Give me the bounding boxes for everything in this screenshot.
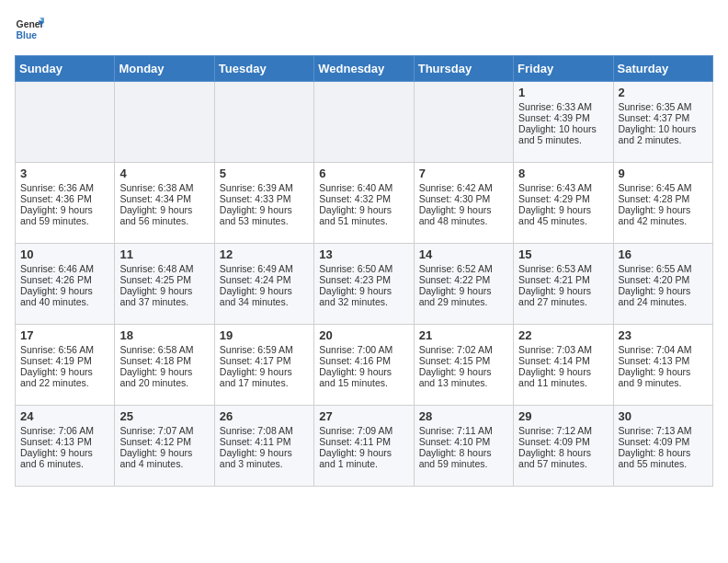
day-info: Sunrise: 7:07 AM	[119, 425, 209, 436]
day-header-sunday: Sunday	[16, 56, 115, 82]
day-number: 30	[619, 409, 708, 423]
day-info: Daylight: 10 hours and 5 minutes.	[518, 123, 608, 145]
calendar-cell: 1Sunrise: 6:33 AMSunset: 4:39 PMDaylight…	[514, 82, 613, 163]
day-number: 25	[119, 409, 209, 423]
day-info: Daylight: 9 hours and 6 minutes.	[20, 447, 109, 469]
calendar-cell: 3Sunrise: 6:36 AMSunset: 4:36 PMDaylight…	[16, 163, 115, 244]
day-number: 5	[220, 167, 309, 180]
day-info: Daylight: 9 hours and 37 minutes.	[119, 285, 209, 307]
calendar-cell: 26Sunrise: 7:08 AMSunset: 4:11 PMDayligh…	[214, 406, 313, 487]
day-number: 17	[20, 328, 109, 342]
week-row-2: 3Sunrise: 6:36 AMSunset: 4:36 PMDaylight…	[16, 163, 713, 244]
calendar-cell: 8Sunrise: 6:43 AMSunset: 4:29 PMDaylight…	[514, 163, 613, 244]
day-info: Sunrise: 6:35 AM	[619, 101, 708, 112]
day-info: Sunset: 4:28 PM	[619, 193, 708, 204]
day-info: Sunrise: 6:42 AM	[419, 182, 508, 193]
day-info: Daylight: 9 hours and 45 minutes.	[518, 204, 608, 226]
day-info: Sunrise: 6:33 AM	[518, 101, 608, 112]
calendar-cell: 17Sunrise: 6:56 AMSunset: 4:19 PMDayligh…	[16, 325, 115, 406]
calendar-cell: 30Sunrise: 7:13 AMSunset: 4:09 PMDayligh…	[613, 406, 712, 487]
calendar-cell: 10Sunrise: 6:46 AMSunset: 4:26 PMDayligh…	[16, 244, 115, 325]
day-info: Daylight: 9 hours and 53 minutes.	[220, 204, 309, 226]
day-info: Daylight: 9 hours and 1 minute.	[319, 447, 408, 469]
day-info: Daylight: 9 hours and 51 minutes.	[319, 204, 408, 226]
day-info: Sunset: 4:17 PM	[220, 355, 309, 366]
day-info: Daylight: 9 hours and 22 minutes.	[20, 366, 109, 388]
day-info: Sunrise: 6:48 AM	[119, 263, 209, 274]
day-info: Sunset: 4:36 PM	[20, 193, 109, 204]
day-info: Sunset: 4:23 PM	[319, 274, 408, 285]
day-info: Daylight: 8 hours and 55 minutes.	[619, 447, 708, 469]
day-info: Sunset: 4:13 PM	[20, 436, 109, 447]
day-info: Sunset: 4:30 PM	[419, 193, 508, 204]
day-info: Daylight: 9 hours and 56 minutes.	[119, 204, 209, 226]
day-info: Daylight: 9 hours and 27 minutes.	[518, 285, 608, 307]
day-number: 8	[518, 167, 608, 180]
day-info: Sunset: 4:16 PM	[319, 355, 408, 366]
day-number: 13	[319, 247, 408, 261]
day-info: Daylight: 8 hours and 59 minutes.	[419, 447, 508, 469]
day-info: Daylight: 10 hours and 2 minutes.	[619, 123, 708, 145]
week-row-4: 17Sunrise: 6:56 AMSunset: 4:19 PMDayligh…	[16, 325, 713, 406]
day-info: Sunrise: 7:03 AM	[518, 344, 608, 355]
day-info: Daylight: 9 hours and 40 minutes.	[20, 285, 109, 307]
day-info: Sunset: 4:39 PM	[518, 112, 608, 123]
calendar-cell	[414, 82, 513, 163]
day-info: Daylight: 9 hours and 17 minutes.	[220, 366, 309, 388]
day-info: Sunset: 4:09 PM	[619, 436, 708, 447]
day-info: Sunrise: 6:43 AM	[518, 182, 608, 193]
calendar-cell	[214, 82, 313, 163]
day-info: Sunset: 4:22 PM	[419, 274, 508, 285]
day-number: 12	[220, 247, 309, 261]
day-info: Sunrise: 7:12 AM	[518, 425, 608, 436]
day-info: Sunset: 4:20 PM	[619, 274, 708, 285]
day-info: Sunset: 4:19 PM	[20, 355, 109, 366]
day-info: Sunset: 4:12 PM	[119, 436, 209, 447]
calendar-cell: 29Sunrise: 7:12 AMSunset: 4:09 PMDayligh…	[514, 406, 613, 487]
day-info: Daylight: 8 hours and 57 minutes.	[518, 447, 608, 469]
day-info: Sunrise: 6:45 AM	[619, 182, 708, 193]
calendar-cell: 20Sunrise: 7:00 AMSunset: 4:16 PMDayligh…	[314, 325, 414, 406]
day-info: Daylight: 9 hours and 48 minutes.	[419, 204, 508, 226]
day-info: Sunrise: 6:52 AM	[419, 263, 508, 274]
day-info: Sunrise: 6:53 AM	[518, 263, 608, 274]
day-number: 4	[119, 167, 209, 180]
day-header-saturday: Saturday	[613, 56, 712, 82]
day-info: Sunset: 4:11 PM	[319, 436, 408, 447]
day-info: Sunset: 4:09 PM	[518, 436, 608, 447]
day-info: Sunrise: 6:58 AM	[119, 344, 209, 355]
day-number: 23	[619, 328, 708, 342]
calendar-cell: 22Sunrise: 7:03 AMSunset: 4:14 PMDayligh…	[514, 325, 613, 406]
calendar-cell: 23Sunrise: 7:04 AMSunset: 4:13 PMDayligh…	[613, 325, 712, 406]
day-info: Sunrise: 7:06 AM	[20, 425, 109, 436]
day-info: Sunset: 4:13 PM	[619, 355, 708, 366]
day-info: Sunset: 4:24 PM	[220, 274, 309, 285]
day-number: 14	[419, 247, 508, 261]
day-number: 3	[20, 167, 109, 180]
day-info: Daylight: 9 hours and 59 minutes.	[20, 204, 109, 226]
day-info: Sunset: 4:34 PM	[119, 193, 209, 204]
day-info: Daylight: 9 hours and 11 minutes.	[518, 366, 608, 388]
calendar-cell: 16Sunrise: 6:55 AMSunset: 4:20 PMDayligh…	[613, 244, 712, 325]
calendar-cell: 6Sunrise: 6:40 AMSunset: 4:32 PMDaylight…	[314, 163, 414, 244]
day-number: 6	[319, 167, 408, 180]
svg-text:Blue: Blue	[17, 30, 38, 40]
day-info: Sunset: 4:26 PM	[20, 274, 109, 285]
calendar-table: SundayMondayTuesdayWednesdayThursdayFrid…	[15, 55, 713, 487]
calendar-cell: 27Sunrise: 7:09 AMSunset: 4:11 PMDayligh…	[314, 406, 414, 487]
day-info: Daylight: 9 hours and 9 minutes.	[619, 366, 708, 388]
day-number: 20	[319, 328, 408, 342]
day-info: Daylight: 9 hours and 34 minutes.	[220, 285, 309, 307]
day-info: Sunrise: 7:00 AM	[319, 344, 408, 355]
day-info: Sunrise: 7:11 AM	[419, 425, 508, 436]
day-info: Daylight: 9 hours and 4 minutes.	[119, 447, 209, 469]
day-number: 15	[518, 247, 608, 261]
day-header-tuesday: Tuesday	[214, 56, 313, 82]
day-info: Daylight: 9 hours and 29 minutes.	[419, 285, 508, 307]
day-info: Sunrise: 6:55 AM	[619, 263, 708, 274]
day-number: 2	[619, 86, 708, 99]
day-info: Sunrise: 6:40 AM	[319, 182, 408, 193]
day-info: Daylight: 9 hours and 13 minutes.	[419, 366, 508, 388]
day-info: Sunset: 4:25 PM	[119, 274, 209, 285]
day-info: Daylight: 9 hours and 15 minutes.	[319, 366, 408, 388]
